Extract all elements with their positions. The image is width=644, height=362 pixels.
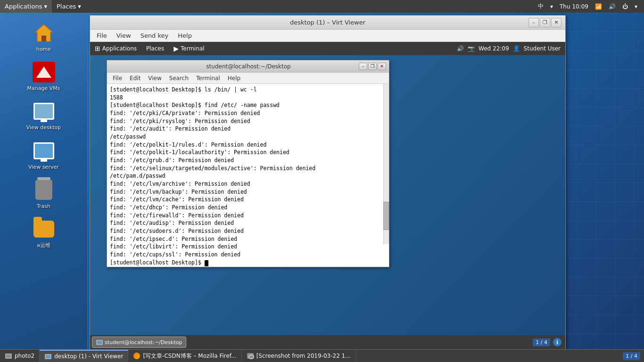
vm-taskbar-items: student@localhost:~/Desktop [90,337,188,348]
term-line-18: find: '/etc/sudoers.d': Permission denie… [110,227,386,235]
monitor-shape [33,103,54,120]
vm-taskbar-terminal[interactable]: student@localhost:~/Desktop [92,337,186,348]
applications-menu[interactable]: Applications ▾ [0,0,52,13]
vm-top-bar: ⊞ Applications Places ▶ Terminal 🔊 📷 Wed… [90,42,565,55]
virt-viewer-title: desktop (1) – Virt Viewer [127,19,528,26]
top-bar-right: 中 ▾ Thu 10:09 📶 🔊 ⏻ ▾ [536,2,644,10]
term-line-15: find: '/etc/dhcp': Permission denied [110,204,386,212]
virt-viewer-icon [44,353,52,360]
terminal-scrollbar-thumb[interactable] [383,202,389,230]
places-chevron-icon: ▾ [78,3,81,10]
terminal-menu-edit[interactable]: Edit [126,74,144,82]
desktop-icon-view-desktop[interactable]: View desktop [23,98,65,132]
terminal-minimize-button[interactable]: – [359,63,367,70]
desktop-icon-folder[interactable]: a运维 [23,216,65,250]
server-monitor-shape [33,142,54,159]
vm-terminal-menu[interactable]: ▶ Terminal [169,42,209,55]
term-line-11: /etc/pam.d/passwd [110,172,386,180]
folder-label: a运维 [37,242,50,248]
terminal-titlebar: student@localhost:~/Desktop – ❐ ✕ [107,60,389,73]
vm-volume-icon[interactable]: 🔊 [457,45,464,52]
language-indicator[interactable]: 中 [536,2,545,10]
taskbar-right: 1 / 4 [623,352,644,360]
vm-applications-menu[interactable]: ⊞ Applications [90,42,141,55]
taskbar-item-photo2[interactable]: photo2 [0,350,40,362]
terminal-window: student@localhost:~/Desktop – ❐ ✕ File E… [107,60,389,267]
terminal-menu-file[interactable]: File [109,74,126,82]
terminal-content-area[interactable]: [student@localhost Desktop]$ ls /bin/ | … [107,84,389,267]
applications-label: Applications [5,3,42,10]
terminal-menu-search[interactable]: Search [165,74,192,82]
virt-restore-button[interactable]: ❐ [540,18,550,27]
vm-places-label: Places [146,45,164,52]
virt-viewer-menubar: File View Send key Help [90,30,565,42]
applications-chevron-icon: ▾ [44,3,47,10]
term-line-13: find: '/etc/lvm/backup': Permission deni… [110,188,386,196]
vm-applications-label: Applications [102,45,137,52]
vm-desktop-area: ⊞ Applications Places ▶ Terminal 🔊 📷 Wed… [90,42,565,349]
vm-logo [33,62,55,82]
term-line-0: [student@localhost Desktop]$ ls /bin/ | … [110,86,386,94]
term-line-4: find: '/etc/pki/rsyslog': Permission den… [110,117,386,125]
terminal-menu-terminal[interactable]: Terminal [192,74,224,82]
taskbar-item-firefox[interactable]: [写文章-CSDN博客 – Mozilla Firef... [128,350,241,362]
view-server-label: View server [28,164,58,170]
taskbar-item-screenshot[interactable]: [Screenshot from 2019-03-22 1... [242,350,356,362]
term-line-22: [student@localhost Desktop]$ [110,259,386,267]
desktop-icon-manage-vms[interactable]: Manage VMs [23,59,65,93]
taskbar-item-virt-viewer[interactable]: desktop (1) - Virt Viewer [40,350,128,362]
virt-menu-view[interactable]: View [112,31,136,40]
virt-menu-sendkey[interactable]: Send key [136,31,173,40]
sound-icon[interactable]: 🔊 [607,3,618,10]
trash-shape [35,180,52,200]
vm-notification-icon[interactable]: ℹ [553,338,561,346]
virt-menu-file[interactable]: File [92,31,112,40]
firefox-globe-icon [133,353,140,359]
view-desktop-label: View desktop [26,124,61,131]
folder-icon [33,218,55,240]
taskbar-screenshot-label: [Screenshot from 2019-03-22 1... [256,353,351,359]
desktop-icon-home[interactable]: home [23,20,65,54]
virt-close-button[interactable]: ✕ [551,18,561,27]
term-line-7: find: '/etc/polkit-1/rules.d': Permissio… [110,141,386,149]
top-bar-left: Applications ▾ Places ▾ [0,0,86,13]
term-line-14: find: '/etc/lvm/cache': Permission denie… [110,196,386,204]
vm-terminal-label: Terminal [181,45,205,52]
places-label: Places [57,3,76,10]
terminal-menu-view[interactable]: View [144,74,165,82]
terminal-menu-help[interactable]: Help [224,74,244,82]
taskbar-virt-label: desktop (1) - Virt Viewer [54,353,123,360]
wifi-icon[interactable]: 📶 [593,3,604,10]
camera-shape-icon [247,353,254,359]
power-icon[interactable]: ⏻ [620,3,630,10]
vm-taskbar-right: 1 / 4 ℹ [533,338,565,346]
host-page-indicator: 1 / 4 [623,352,640,360]
desktop-icon-view-server[interactable]: View server [23,138,65,172]
vm-terminal-icon: ▶ [173,45,179,52]
power-chevron-icon: ▾ [633,3,639,10]
desktop-sidebar: home Manage VMs View desktop View server… [0,13,87,349]
virt-menu-help[interactable]: Help [173,31,197,40]
term-line-6: /etc/passwd [110,133,386,141]
virt-viewer-titlebar: desktop (1) – Virt Viewer – ❐ ✕ [90,16,565,30]
term-line-21: find: '/etc/cups/ssl': Permission denied [110,251,386,259]
lang-arrow-icon: ▾ [548,3,555,10]
vm-top-bar-left: ⊞ Applications Places ▶ Terminal [90,42,209,55]
desktop-icon-trash[interactable]: Trash [23,177,65,211]
trash-icon [33,179,55,201]
terminal-restore-button[interactable]: ❐ [368,63,377,70]
places-menu[interactable]: Places ▾ [52,0,86,13]
terminal-scrollbar[interactable] [383,84,389,244]
svg-marker-2 [36,66,51,78]
term-line-8: find: '/etc/polkit-1/localauthority': Pe… [110,148,386,156]
virt-viewer-container: desktop (1) – Virt Viewer – ❐ ✕ File Vie… [87,13,644,349]
terminal-close-button[interactable]: ✕ [378,63,386,70]
view-server-icon [33,140,55,162]
vm-places-menu[interactable]: Places [141,42,169,55]
vm-bottom-taskbar: student@localhost:~/Desktop 1 / 4 ℹ [90,335,565,349]
term-line-12: find: '/etc/lvm/archive': Permission den… [110,180,386,188]
term-line-1: 1588 [110,94,386,102]
virt-minimize-button[interactable]: – [528,18,539,27]
vm-screenshot-icon[interactable]: 📷 [468,45,475,52]
screenshot-icon [247,352,254,360]
